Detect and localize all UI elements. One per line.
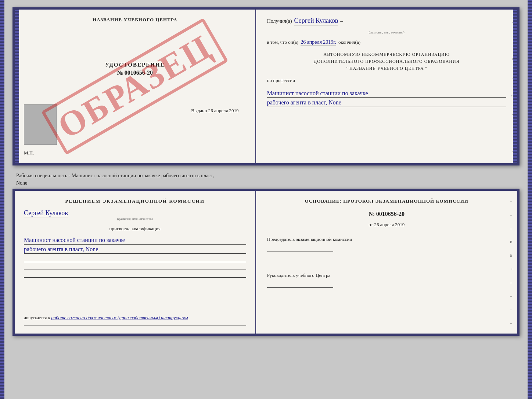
bottom-name-block: Сергей Кулаков (фамилия, имя, отчество)	[24, 209, 246, 221]
middle-text: Рабочая специальность - Машинист насосно…	[12, 170, 520, 189]
rukovoditel-line	[267, 280, 333, 288]
sep2	[24, 270, 246, 270]
top-doc-left: НАЗВАНИЕ УЧЕБНОГО ЦЕНТРА ОБРАЗЕЦ УДОСТОВ…	[15, 10, 256, 163]
kval-line2: рабочего агента в пласт, None	[24, 246, 246, 254]
udostoverenie-title: УДОСТОВЕРЕНИЕ	[105, 62, 165, 68]
rm3: и	[508, 57, 514, 61]
prof-line2: рабочего агента в пласт, None	[267, 99, 506, 107]
dopusk-label: допускается к	[24, 315, 50, 320]
mp-line: М.П.	[24, 150, 34, 156]
top-doc-right: Получил(a) Сергей Кулаков – (фамилия, им…	[256, 10, 517, 163]
sep4	[24, 325, 246, 325]
udostoverenie-block: УДОСТОВЕРЕНИЕ № 0010656-20	[105, 62, 165, 76]
predsedatel-block: Председатель экзаменационной комиссии	[267, 236, 506, 252]
middle-text-line1: Рабочая специальность - Машинист насосно…	[16, 173, 214, 178]
po-professii-label: по профессии	[267, 78, 506, 83]
prof-line1: Машинист насосной станции по закачке	[267, 90, 506, 98]
prisvoena-text: присвоена квалификация	[24, 226, 246, 232]
brm2: –	[510, 212, 514, 218]
photo-placeholder	[24, 104, 57, 145]
org-line2: ДОПОЛНИТЕЛЬНОГО ПРОФЕССИОНАЛЬНОГО ОБРАЗО…	[267, 58, 506, 65]
brm1: –	[510, 199, 514, 204]
bottom-familiya-label: (фамилия, имя, отчество)	[24, 217, 246, 221]
kval-block: Машинист насосной станции по закачке раб…	[24, 235, 246, 254]
rukovoditel-label: Руководитель учебного Центра	[267, 272, 506, 279]
brm9: –	[510, 307, 514, 312]
org-block: АВТОНОМНУЮ НЕКОММЕРЧЕСКУЮ ОРГАНИЗАЦИЮ ДО…	[267, 51, 506, 72]
profession-block: Машинист насосной станции по закачке раб…	[267, 89, 506, 107]
vtom-label: в том, что он(а)	[267, 39, 299, 45]
brm10: –	[510, 320, 514, 326]
sep1	[24, 262, 246, 262]
org-line1: АВТОНОМНУЮ НЕКОММЕРЧЕСКУЮ ОРГАНИЗАЦИЮ	[267, 51, 506, 58]
brm5: а	[510, 253, 514, 258]
bottom-document: Решением экзаменационной комиссии Сергей…	[12, 189, 520, 336]
ot-date-val: 26 апреля 2019	[374, 222, 405, 227]
predsedatel-line	[267, 245, 333, 252]
obrazets-watermark: ОБРАЗЕЦ	[41, 18, 229, 155]
udostoverenie-number: № 0010656-20	[105, 70, 165, 76]
org-line3: " НАЗВАНИЕ УЧЕБНОГО ЦЕНТРА "	[267, 65, 506, 72]
vtom-row: в том, что он(а) 26 апреля 2019г. окончи…	[267, 39, 506, 46]
vtom-date: 26 апреля 2019г.	[301, 39, 336, 46]
poluchil-name: Сергей Кулаков	[294, 17, 338, 25]
kval-line1: Машинист насосной станции по закачке	[24, 237, 246, 245]
predsedatel-label: Председатель экзаменационной комиссии	[267, 236, 506, 243]
brm8: –	[510, 293, 514, 299]
ot-date: от 26 апреля 2019	[267, 222, 506, 228]
protocol-num: № 0010656-20	[267, 211, 506, 217]
sep3	[24, 277, 246, 278]
osnovanie-text: Основание: протокол экзаменационной коми…	[267, 198, 506, 204]
rm6: –	[508, 112, 514, 116]
familiya-label-top: (фамилия, имя, отчество)	[267, 31, 506, 34]
bottom-name: Сергей Кулаков	[24, 209, 68, 217]
rukovoditel-block: Руководитель учебного Центра	[267, 272, 506, 288]
brm7: –	[510, 280, 514, 285]
rm5: ←	[508, 93, 514, 98]
brm4: и	[510, 239, 514, 245]
dopusk-val: работе согласно должностным (производств…	[51, 315, 188, 320]
dopuskaetsya-block: допускается к работе согласно должностны…	[24, 311, 246, 321]
brm6: ←	[510, 266, 514, 272]
bottom-doc-left: Решением экзаменационной комиссии Сергей…	[15, 191, 256, 334]
top-document: НАЗВАНИЕ УЧЕБНОГО ЦЕНТРА ОБРАЗЕЦ УДОСТОВ…	[12, 7, 520, 165]
poluchil-dash: –	[340, 18, 343, 24]
bottom-doc-right: Основание: протокол экзаменационной коми…	[256, 191, 517, 334]
rm4: а	[508, 75, 514, 79]
bottom-right-marks: – – – и а ← – – – –	[510, 191, 514, 334]
resheniem-title: Решением экзаменационной комиссии	[24, 198, 246, 204]
poluchil-label: Получил(a)	[267, 18, 292, 24]
brm3: –	[510, 226, 514, 231]
top-left-title: НАЗВАНИЕ УЧЕБНОГО ЦЕНТРА	[93, 17, 177, 23]
vydano-line: Выдано 26 апреля 2019	[191, 108, 238, 114]
right-marks-top: – – и а ← – – –	[508, 10, 514, 163]
rm1: –	[508, 20, 514, 24]
rm8: –	[508, 149, 514, 153]
rm2: –	[508, 38, 514, 43]
poluchil-row: Получил(a) Сергей Кулаков –	[267, 17, 506, 25]
okonchil-label: окончил(а)	[338, 39, 360, 45]
rm7: –	[508, 130, 514, 135]
middle-text-line2: None	[16, 180, 27, 186]
ot-label: от	[369, 222, 373, 227]
vydano-text: Выдано 26 апреля 2019	[191, 108, 238, 113]
